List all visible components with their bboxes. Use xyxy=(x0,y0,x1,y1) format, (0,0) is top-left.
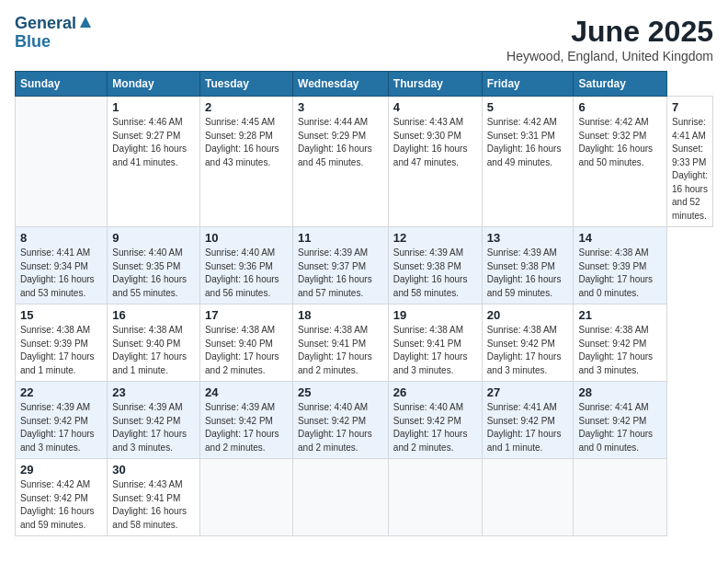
day-info: Sunrise: 4:40 AM Sunset: 9:42 PM Dayligh… xyxy=(393,401,477,454)
sunset-label: Sunset: 9:40 PM xyxy=(205,339,273,349)
calendar-cell: 30 Sunrise: 4:43 AM Sunset: 9:41 PM Dayl… xyxy=(108,459,200,536)
header-tuesday: Tuesday xyxy=(200,72,293,97)
day-info: Sunrise: 4:39 AM Sunset: 9:42 PM Dayligh… xyxy=(112,401,195,454)
sunrise-label: Sunrise: 4:39 AM xyxy=(20,402,90,412)
daylight-label: Daylight: 16 hours and 52 minutes. xyxy=(672,170,708,221)
calendar-cell: 13 Sunrise: 4:39 AM Sunset: 9:38 PM Dayl… xyxy=(482,227,574,304)
day-number: 20 xyxy=(487,308,569,322)
sunset-label: Sunset: 9:33 PM xyxy=(672,144,706,167)
sunset-label: Sunset: 9:39 PM xyxy=(578,261,646,271)
sunset-label: Sunset: 9:42 PM xyxy=(578,339,646,349)
sunset-label: Sunset: 9:31 PM xyxy=(487,131,555,141)
sunrise-label: Sunrise: 4:38 AM xyxy=(487,325,557,335)
daylight-label: Daylight: 17 hours and 3 minutes. xyxy=(393,351,468,375)
daylight-label: Daylight: 17 hours and 2 minutes. xyxy=(298,351,372,375)
logo-text-general: General xyxy=(15,15,76,33)
sunrise-label: Sunrise: 4:40 AM xyxy=(112,247,182,258)
calendar-cell: 1 Sunrise: 4:46 AM Sunset: 9:27 PM Dayli… xyxy=(108,97,200,227)
day-number: 30 xyxy=(112,463,195,477)
day-number: 7 xyxy=(672,100,708,114)
daylight-label: Daylight: 17 hours and 1 minute. xyxy=(112,351,187,375)
daylight-label: Daylight: 17 hours and 3 minutes. xyxy=(487,351,562,375)
day-number: 24 xyxy=(205,385,288,399)
daylight-label: Daylight: 17 hours and 2 minutes. xyxy=(298,429,372,453)
calendar-cell: 20 Sunrise: 4:38 AM Sunset: 9:42 PM Dayl… xyxy=(482,304,574,382)
sunset-label: Sunset: 9:29 PM xyxy=(298,131,366,141)
calendar-cell: 28 Sunrise: 4:41 AM Sunset: 9:42 PM Dayl… xyxy=(574,382,667,459)
calendar-cell xyxy=(200,459,293,536)
day-number: 25 xyxy=(298,385,383,399)
day-info: Sunrise: 4:42 AM Sunset: 9:42 PM Dayligh… xyxy=(20,478,102,532)
day-number: 5 xyxy=(487,100,569,114)
daylight-label: Daylight: 16 hours and 58 minutes. xyxy=(112,506,187,530)
daylight-label: Daylight: 16 hours and 58 minutes. xyxy=(393,274,468,298)
calendar-week-row: 22 Sunrise: 4:39 AM Sunset: 9:42 PM Dayl… xyxy=(16,382,713,459)
daylight-label: Daylight: 16 hours and 59 minutes. xyxy=(487,274,562,298)
sunrise-label: Sunrise: 4:39 AM xyxy=(393,247,463,258)
calendar-week-row: 1 Sunrise: 4:46 AM Sunset: 9:27 PM Dayli… xyxy=(16,97,713,227)
daylight-label: Daylight: 16 hours and 47 minutes. xyxy=(393,144,468,167)
day-info: Sunrise: 4:39 AM Sunset: 9:37 PM Dayligh… xyxy=(298,247,383,300)
header-thursday: Thursday xyxy=(388,72,482,97)
daylight-label: Daylight: 17 hours and 0 minutes. xyxy=(578,429,653,453)
calendar-cell: 17 Sunrise: 4:38 AM Sunset: 9:40 PM Dayl… xyxy=(200,304,293,382)
daylight-label: Daylight: 17 hours and 2 minutes. xyxy=(205,429,279,453)
sunset-label: Sunset: 9:38 PM xyxy=(487,261,555,271)
sunrise-label: Sunrise: 4:40 AM xyxy=(298,402,368,412)
sunset-label: Sunset: 9:36 PM xyxy=(205,261,273,271)
header-saturday: Saturday xyxy=(574,72,667,97)
sunrise-label: Sunrise: 4:43 AM xyxy=(112,479,182,489)
day-info: Sunrise: 4:44 AM Sunset: 9:29 PM Dayligh… xyxy=(298,116,383,169)
day-info: Sunrise: 4:38 AM Sunset: 9:42 PM Dayligh… xyxy=(487,324,569,377)
sunset-label: Sunset: 9:32 PM xyxy=(578,131,646,141)
sunrise-label: Sunrise: 4:38 AM xyxy=(205,325,275,335)
sunrise-label: Sunrise: 4:38 AM xyxy=(393,325,463,335)
day-info: Sunrise: 4:40 AM Sunset: 9:36 PM Dayligh… xyxy=(205,247,288,300)
calendar-cell xyxy=(574,459,667,536)
header-sunday: Sunday xyxy=(16,72,108,97)
sunset-label: Sunset: 9:41 PM xyxy=(298,339,366,349)
calendar-cell: 22 Sunrise: 4:39 AM Sunset: 9:42 PM Dayl… xyxy=(16,382,108,459)
day-number: 4 xyxy=(393,100,477,114)
daylight-label: Daylight: 17 hours and 3 minutes. xyxy=(578,351,653,375)
daylight-label: Daylight: 17 hours and 0 minutes. xyxy=(578,274,653,298)
calendar-cell: 24 Sunrise: 4:39 AM Sunset: 9:42 PM Dayl… xyxy=(200,382,293,459)
calendar-week-row: 29 Sunrise: 4:42 AM Sunset: 9:42 PM Dayl… xyxy=(16,459,713,536)
day-number: 29 xyxy=(20,463,102,477)
logo-text-blue: Blue xyxy=(15,32,51,51)
calendar-cell: 16 Sunrise: 4:38 AM Sunset: 9:40 PM Dayl… xyxy=(108,304,200,382)
sunset-label: Sunset: 9:42 PM xyxy=(298,416,366,426)
daylight-label: Daylight: 16 hours and 59 minutes. xyxy=(20,506,95,530)
sunrise-label: Sunrise: 4:38 AM xyxy=(578,325,648,335)
daylight-label: Daylight: 17 hours and 2 minutes. xyxy=(205,351,279,375)
day-info: Sunrise: 4:38 AM Sunset: 9:40 PM Dayligh… xyxy=(205,324,288,377)
daylight-label: Daylight: 16 hours and 49 minutes. xyxy=(487,144,562,167)
sunset-label: Sunset: 9:42 PM xyxy=(112,416,180,426)
sunset-label: Sunset: 9:42 PM xyxy=(487,416,555,426)
day-info: Sunrise: 4:43 AM Sunset: 9:30 PM Dayligh… xyxy=(393,116,477,169)
calendar-cell: 19 Sunrise: 4:38 AM Sunset: 9:41 PM Dayl… xyxy=(388,304,482,382)
daylight-label: Daylight: 16 hours and 56 minutes. xyxy=(205,274,279,298)
sunset-label: Sunset: 9:30 PM xyxy=(393,131,461,141)
day-info: Sunrise: 4:41 AM Sunset: 9:42 PM Dayligh… xyxy=(487,401,569,454)
calendar-cell: 29 Sunrise: 4:42 AM Sunset: 9:42 PM Dayl… xyxy=(16,459,108,536)
sunset-label: Sunset: 9:42 PM xyxy=(487,339,555,349)
sunset-label: Sunset: 9:28 PM xyxy=(205,131,273,141)
daylight-label: Daylight: 17 hours and 3 minutes. xyxy=(112,429,187,453)
sunrise-label: Sunrise: 4:42 AM xyxy=(487,117,557,127)
day-info: Sunrise: 4:38 AM Sunset: 9:41 PM Dayligh… xyxy=(393,324,477,377)
sunrise-label: Sunrise: 4:41 AM xyxy=(20,247,90,258)
daylight-label: Daylight: 17 hours and 2 minutes. xyxy=(393,429,468,453)
calendar-cell: 5 Sunrise: 4:42 AM Sunset: 9:31 PM Dayli… xyxy=(482,97,574,227)
calendar-week-row: 8 Sunrise: 4:41 AM Sunset: 9:34 PM Dayli… xyxy=(16,227,713,304)
svg-marker-0 xyxy=(80,17,91,28)
sunset-label: Sunset: 9:34 PM xyxy=(20,261,88,271)
day-info: Sunrise: 4:39 AM Sunset: 9:38 PM Dayligh… xyxy=(487,247,569,300)
calendar-cell: 7 Sunrise: 4:41 AM Sunset: 9:33 PM Dayli… xyxy=(667,97,713,227)
daylight-label: Daylight: 16 hours and 45 minutes. xyxy=(298,144,372,167)
sunset-label: Sunset: 9:38 PM xyxy=(393,261,461,271)
sunrise-label: Sunrise: 4:40 AM xyxy=(205,247,275,258)
sunrise-label: Sunrise: 4:39 AM xyxy=(112,402,182,412)
calendar-cell: 3 Sunrise: 4:44 AM Sunset: 9:29 PM Dayli… xyxy=(293,97,389,227)
calendar-cell: 18 Sunrise: 4:38 AM Sunset: 9:41 PM Dayl… xyxy=(293,304,389,382)
